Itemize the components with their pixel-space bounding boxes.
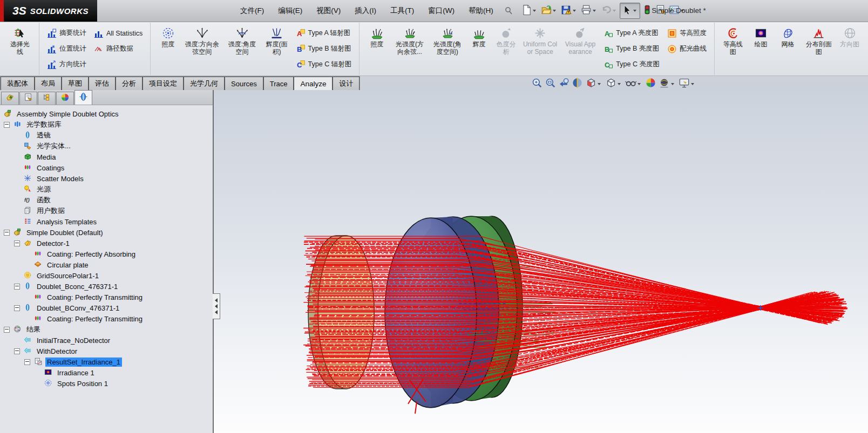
configurationmanager-tab[interactable] xyxy=(38,92,56,105)
tree-item-光学数据库[interactable]: 光学数据库 xyxy=(0,119,213,130)
tree-item-光源[interactable]: 光源 xyxy=(0,184,213,195)
ribbon-button-type-b-green[interactable]: BType B 亮度图 xyxy=(600,41,663,57)
expander-minus-icon[interactable] xyxy=(4,122,10,128)
ribbon-button-lum-area[interactable]: 辉度(面积) xyxy=(262,24,291,57)
propertymanager-tab[interactable] xyxy=(19,92,37,105)
tree-item-circular-plate[interactable]: Circular plate xyxy=(0,259,213,270)
menu-item-edit[interactable]: 编辑(E) xyxy=(271,0,309,22)
undo-button[interactable] xyxy=(600,3,619,18)
pin-menu-icon[interactable] xyxy=(504,6,513,16)
expander-minus-icon[interactable] xyxy=(4,327,10,333)
section-view-button[interactable] xyxy=(571,77,584,91)
ribbon-button-int-ang[interactable]: 强度:角度空间 xyxy=(223,24,261,57)
ribbon-button-stats-summary[interactable]: 摘要统计 xyxy=(44,25,90,41)
ribbon-button-mesh-map[interactable]: 网格 xyxy=(775,24,801,50)
hide-show-items-dropdown-arrow[interactable] xyxy=(638,83,641,85)
expander-minus-icon[interactable] xyxy=(14,240,20,246)
open-button[interactable] xyxy=(540,3,559,18)
view-orientation-button[interactable] xyxy=(585,77,603,91)
view-settings-dropdown-arrow[interactable] xyxy=(691,83,694,85)
ribbon-button-irr-target[interactable]: 照度 xyxy=(155,24,181,50)
ribbon-button-dist-profile[interactable]: 分布剖面图 xyxy=(802,24,836,57)
zoom-to-area-button[interactable] xyxy=(544,77,557,91)
tree-item-spots-position-1[interactable]: Spots Position 1 xyxy=(0,378,213,389)
tree-item-doublet-bconv-476371-1[interactable]: Doublet_BConv_476371-1 xyxy=(0,303,213,313)
menu-item-tools[interactable]: 工具(T) xyxy=(383,0,421,22)
tab-trace[interactable]: Trace xyxy=(263,77,294,90)
tab-assembly[interactable]: 装配体 xyxy=(1,77,35,90)
menu-item-help[interactable]: 帮助(H) xyxy=(462,0,500,22)
tree-expander[interactable] xyxy=(4,230,13,236)
tree-item-scatter-models[interactable]: Scatter Models xyxy=(0,173,213,184)
tree-item-coating-perfectly-transmitting[interactable]: Coating: Perfectly Transmitting xyxy=(0,292,213,303)
tab-evaluate[interactable]: 评估 xyxy=(89,77,116,90)
new-document-dropdown-arrow[interactable] xyxy=(533,10,536,12)
tree-item-gridsourcepolar1-1[interactable]: GridSourcePolar1-1 xyxy=(0,270,213,281)
tree-item-irradiance-1[interactable]: Irradiance 1 xyxy=(0,367,213,378)
tree-item-coating-perfectly-absorbing[interactable]: Coating: Perfectly Absorbing xyxy=(0,249,213,259)
save-button[interactable] xyxy=(560,3,579,18)
ribbon-button-illum-grass[interactable]: 照度 xyxy=(364,24,390,50)
tree-item-coatings[interactable]: Coatings xyxy=(0,162,213,173)
tab-analysis[interactable]: 分析 xyxy=(116,77,143,90)
tree-expander[interactable] xyxy=(24,359,34,365)
tree-item-resultset-irradiance-1[interactable]: ResultSet_Irradiance_1 xyxy=(0,356,213,367)
ribbon-button-contour-illum[interactable]: 等高照度 xyxy=(664,25,710,41)
tab-sources[interactable]: Sources xyxy=(225,77,263,90)
displaymanager-tab[interactable] xyxy=(56,92,74,105)
tree-item-detector-1[interactable]: Detector-1 xyxy=(0,238,213,249)
view-settings-button[interactable] xyxy=(678,77,697,91)
tree-item-simple-doublet-default[interactable]: Simple Doublet (Default) xyxy=(0,227,213,238)
display-style-button[interactable] xyxy=(605,77,623,91)
previous-view-button[interactable] xyxy=(558,77,570,91)
ribbon-button-contour-map[interactable]: 等高线图 xyxy=(719,24,747,57)
ribbon-button-int-cos[interactable]: 强度:方向余弦空间 xyxy=(182,24,222,57)
menu-item-insert[interactable]: 插入(I) xyxy=(348,0,383,22)
tree-expander[interactable] xyxy=(14,348,24,354)
tree-expander[interactable] xyxy=(4,327,13,333)
ribbon-button-polar-curve[interactable]: 配光曲线 xyxy=(664,41,710,57)
ribbon-button-type-b-blue[interactable]: BType B 辐射图 xyxy=(293,41,355,57)
menu-item-file[interactable]: 文件(F) xyxy=(233,0,271,22)
tree-expander[interactable] xyxy=(14,240,24,246)
apply-scene-button[interactable] xyxy=(658,77,677,91)
zoom-to-fit-button[interactable] xyxy=(531,77,543,91)
featuremanager-tree-tab[interactable] xyxy=(1,92,19,105)
tab-optical-geometry[interactable]: 光学几何 xyxy=(184,77,225,90)
tree-item-doublet-bconc-476371-1[interactable]: Doublet_Bconc_476371-1 xyxy=(0,281,213,292)
view-orientation-dropdown-arrow[interactable] xyxy=(598,83,601,85)
tree-item-initialtrace-nodetector[interactable]: InitialTrace_NoDetector xyxy=(0,335,213,346)
ribbon-button-lum-grass[interactable]: 辉度 xyxy=(466,24,492,50)
ribbon-button-int-ang-grass[interactable]: 光强度(角度空间) xyxy=(430,24,465,57)
expander-minus-icon[interactable] xyxy=(14,305,20,311)
print-button[interactable] xyxy=(580,3,599,18)
expander-minus-icon[interactable] xyxy=(4,230,10,236)
ribbon-button-type-c-green[interactable]: CType C 亮度图 xyxy=(600,57,663,72)
graphics-viewport[interactable] xyxy=(214,90,868,433)
ribbon-button-ray-select[interactable]: 选择光线 xyxy=(5,24,35,57)
undo-dropdown-arrow[interactable] xyxy=(613,10,616,12)
ribbon-button-stats-all[interactable]: All Statistics xyxy=(91,25,146,41)
tree-item-withdetector[interactable]: WithDetector xyxy=(0,346,213,356)
tree-item-assembly-simple-doublet-optics[interactable]: Assembly Simple Doublet Optics xyxy=(0,108,213,119)
expander-minus-icon[interactable] xyxy=(14,284,20,290)
tree-item-结果[interactable]: 结果 xyxy=(0,324,213,335)
tab-design[interactable]: 设计 xyxy=(333,77,360,90)
display-style-dropdown-arrow[interactable] xyxy=(618,83,621,85)
panel-collapse-handle[interactable] xyxy=(213,293,220,319)
menu-item-window[interactable]: 窗口(W) xyxy=(421,0,462,22)
tree-item-光学实体[interactable]: 光学实体... xyxy=(0,141,213,152)
ribbon-button-int-cos-grass[interactable]: 光强度(方向余弦... xyxy=(391,24,429,57)
tab-project-settings[interactable]: 项目设定 xyxy=(143,77,184,90)
tree-item-用户数据[interactable]: 用户数据 xyxy=(0,205,213,216)
apply-scene-dropdown-arrow[interactable] xyxy=(671,83,674,85)
tree-item-analysis-templates[interactable]: Analysis Templates xyxy=(0,216,213,227)
print-dropdown-arrow[interactable] xyxy=(593,10,596,12)
tree-expander[interactable] xyxy=(14,284,24,290)
tree-expander[interactable] xyxy=(4,122,13,128)
tree-item-media[interactable]: Media xyxy=(0,152,213,162)
expander-minus-icon[interactable] xyxy=(14,348,20,354)
open-dropdown-arrow[interactable] xyxy=(553,10,556,12)
tab-layout[interactable]: 布局 xyxy=(35,77,62,90)
ribbon-button-path-data[interactable]: 路径数据 xyxy=(91,41,146,57)
